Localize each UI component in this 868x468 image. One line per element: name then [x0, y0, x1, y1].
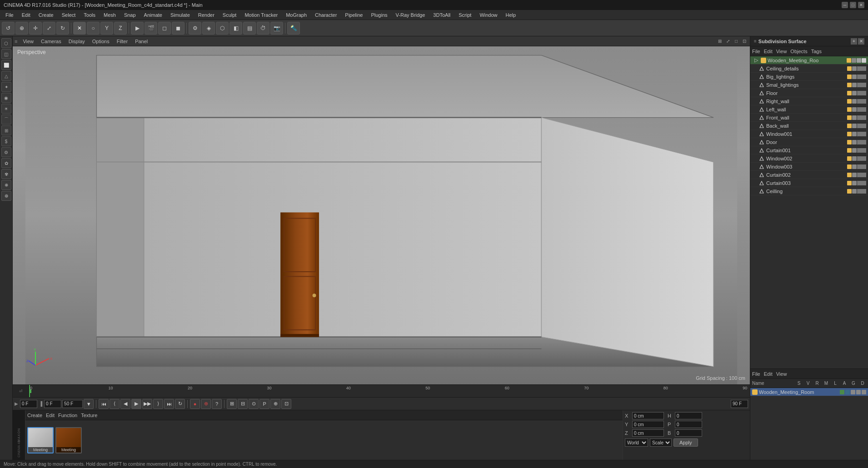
point-mode-button[interactable]: ⬡	[1, 38, 11, 48]
p-input[interactable]	[675, 421, 702, 428]
menu-select[interactable]: Select	[58, 11, 80, 19]
vt-filter[interactable]: Filter	[115, 39, 130, 44]
step-forward-button[interactable]: ⟩	[153, 399, 163, 409]
scale-button[interactable]: ⤢	[43, 22, 55, 35]
timeline-button[interactable]: ⏱	[257, 22, 269, 35]
subdiv-close-button[interactable]: ✕	[858, 38, 864, 45]
menu-character[interactable]: Character	[311, 11, 340, 19]
undo-button[interactable]: ↺	[2, 22, 15, 35]
render-active-button[interactable]: ◼	[172, 22, 185, 35]
menu-render[interactable]: Render	[195, 11, 218, 19]
object-library-button[interactable]: ◧	[229, 22, 242, 35]
motion-path-button[interactable]: ⊟	[238, 399, 248, 409]
viewport-icon-3[interactable]: □	[733, 38, 740, 45]
frame-end-input[interactable]	[731, 400, 748, 408]
obj-floor[interactable]: Floor	[750, 89, 868, 97]
menu-window[interactable]: Window	[476, 11, 501, 19]
menu-motion-tracker[interactable]: Motion Tracker	[241, 11, 281, 19]
live-select-button[interactable]: ⊕	[15, 22, 28, 35]
obj-front-wall[interactable]: Front_wall	[750, 114, 868, 122]
null-object-button[interactable]: ✦	[1, 82, 11, 92]
material-texture-button[interactable]: Texture	[81, 413, 97, 418]
vt-display[interactable]: Display	[67, 39, 87, 44]
menu-3dtoall[interactable]: 3DToAll	[429, 11, 454, 19]
fx-button[interactable]: ✿	[1, 158, 11, 168]
snap-frame-button[interactable]: ⊞	[227, 399, 237, 409]
obj-door[interactable]: Door	[750, 138, 868, 146]
om-file-button[interactable]: File	[752, 49, 760, 54]
step-back-button[interactable]: ⟨	[110, 399, 120, 409]
menu-tools[interactable]: Tools	[80, 11, 99, 19]
menu-animate[interactable]: Animate	[140, 11, 166, 19]
close-button[interactable]: ✕	[858, 2, 864, 8]
model-mode-button[interactable]: ✕	[73, 22, 86, 35]
menu-mesh[interactable]: Mesh	[100, 11, 120, 19]
go-end-button[interactable]: ⏭	[164, 399, 174, 409]
menu-mograph[interactable]: MoGraph	[282, 11, 310, 19]
fps-select-button[interactable]: ▼	[84, 399, 94, 409]
auto-key-button[interactable]: ⊕	[201, 399, 211, 409]
object-mode-button[interactable]: ○	[87, 22, 100, 35]
frame-current-input[interactable]	[44, 400, 61, 408]
motion-end-button[interactable]: ⊡	[281, 399, 291, 409]
obj-curtain001[interactable]: Curtain001	[750, 146, 868, 154]
om-bottom-view[interactable]: View	[776, 371, 787, 377]
light-button[interactable]: ☀	[1, 104, 11, 114]
x-input[interactable]	[632, 412, 664, 419]
menu-create[interactable]: Create	[35, 11, 57, 19]
vt-options[interactable]: Options	[90, 39, 111, 44]
obj-smal-lightings[interactable]: Smal_lightings	[750, 81, 868, 89]
obj-curtain002[interactable]: Curtain002	[750, 171, 868, 179]
om-bottom-edit[interactable]: Edit	[764, 371, 773, 377]
vt-view[interactable]: View	[21, 39, 35, 44]
menu-vray[interactable]: V-Ray Bridge	[392, 11, 429, 19]
menu-sculpt[interactable]: Sculpt	[219, 11, 240, 19]
rotate-button[interactable]: ↻	[56, 22, 69, 35]
deformer-button[interactable]: $	[1, 136, 11, 146]
menu-help[interactable]: Help	[502, 11, 520, 19]
play-reverse-button[interactable]: ◀	[120, 399, 130, 409]
xpresso-button[interactable]: 📷	[270, 22, 283, 35]
edit-render-button[interactable]: ⚙	[189, 22, 201, 35]
go-start-button[interactable]: ⏮	[99, 399, 109, 409]
apply-button[interactable]: Apply	[673, 438, 698, 447]
menu-file[interactable]: File	[2, 11, 17, 19]
edge-mode-button[interactable]: ◫	[1, 49, 11, 59]
viewport-icon-2[interactable]: ⤢	[724, 38, 732, 45]
texture-mode-button[interactable]: Y	[100, 22, 113, 35]
vt-panel[interactable]: Panel	[133, 39, 150, 44]
camera-button[interactable]: ◉	[1, 93, 11, 103]
y-input[interactable]	[632, 421, 664, 428]
keyframe-button[interactable]: ?	[212, 399, 222, 409]
snap-button[interactable]: 🔦	[287, 22, 300, 35]
obj-window001[interactable]: Window001	[750, 130, 868, 138]
om-tags-button[interactable]: Tags	[811, 49, 822, 54]
scale-select[interactable]: Scale	[650, 438, 672, 447]
motion-record-button[interactable]: ⊕	[270, 399, 280, 409]
menu-pipeline[interactable]: Pipeline	[341, 11, 366, 19]
menu-simulate[interactable]: Simulate	[167, 11, 194, 19]
vt-cameras[interactable]: Cameras	[39, 39, 63, 44]
subdiv-expand-button[interactable]: +	[851, 38, 857, 45]
object-type-button[interactable]: △	[1, 71, 11, 81]
render-preview-button[interactable]: P	[259, 399, 269, 409]
play-forward-button[interactable]: ▶▶	[142, 399, 152, 409]
maximize-button[interactable]: □	[850, 2, 856, 8]
world-select[interactable]: World Object	[625, 438, 648, 447]
layer-button[interactable]: ▤	[243, 22, 256, 35]
z-input[interactable]	[632, 429, 664, 437]
material-function-button[interactable]: Function	[58, 413, 77, 418]
obj-left-wall[interactable]: Left_wall	[750, 105, 868, 114]
material-2[interactable]: Meeting	[55, 427, 82, 453]
material-editor-button[interactable]: ◈	[202, 22, 215, 35]
minimize-button[interactable]: ─	[842, 2, 848, 8]
viewport-canvas[interactable]: X Y Z Perspective Grid Spacing : 100 cm	[13, 46, 750, 384]
axis-mode-button[interactable]: Z	[114, 22, 127, 35]
render-view-button[interactable]: ▶	[131, 22, 144, 35]
xpresso-tag-button[interactable]: ✾	[1, 169, 11, 179]
menu-snap[interactable]: Snap	[120, 11, 140, 19]
hair-button[interactable]: ⚙	[1, 147, 11, 157]
obj-ceilling[interactable]: Ceilling	[750, 187, 868, 195]
obj-curtain003[interactable]: Curtain003	[750, 179, 868, 187]
play-button[interactable]: ▶	[131, 399, 141, 409]
